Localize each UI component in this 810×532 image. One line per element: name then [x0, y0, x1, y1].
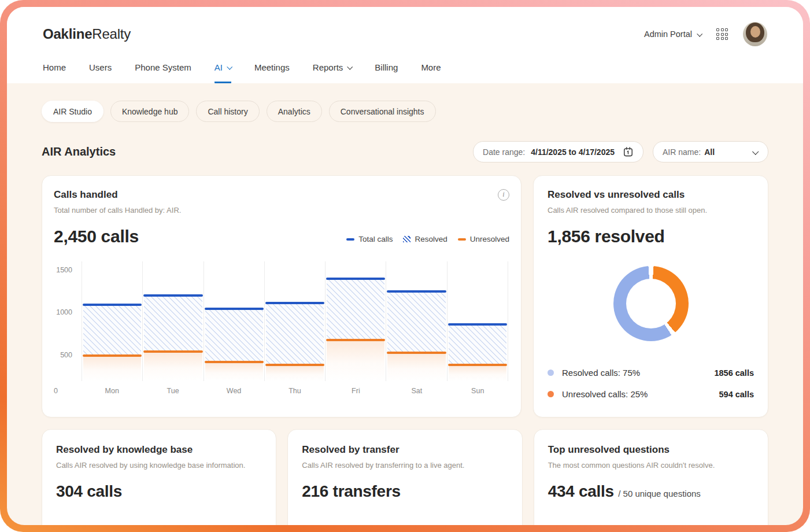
bar-column — [82, 261, 142, 381]
calendar-icon — [623, 146, 634, 157]
total-calls-line — [205, 308, 264, 310]
unresolved-questions-title: Top unresolved questions — [548, 444, 754, 456]
bar-column — [447, 261, 508, 381]
bar-column — [142, 261, 203, 381]
brand-light: Realty — [92, 26, 131, 42]
nav-item-users[interactable]: Users — [89, 62, 112, 83]
unresolved-questions-subtitle: The most common questions AIR couldn't r… — [548, 461, 754, 470]
total-calls-line — [387, 290, 446, 293]
nav-item-home[interactable]: Home — [43, 62, 66, 83]
unresolved-line — [387, 352, 446, 354]
avatar[interactable] — [743, 22, 767, 46]
tab-call-history[interactable]: Call history — [196, 101, 259, 122]
bar-chart: 50010001500 0 MonTueWedThuFriSatSun — [54, 261, 509, 397]
transfer-number: 216 transfers — [302, 482, 508, 501]
legend-unresolved: Unresolved — [458, 235, 509, 243]
main-content: AIR Studio Knowledge hub Call history An… — [7, 83, 803, 525]
date-range-value: 4/11/2025 to 4/17/2025 — [531, 147, 615, 157]
brand-bold: Oakline — [43, 26, 92, 42]
legend-total-calls: Total calls — [346, 235, 393, 243]
bar-column — [204, 261, 264, 381]
legend-resolved-calls: Resolved calls: 75% 1856 calls — [548, 368, 754, 378]
topbar: OaklineRealty Admin Portal — [43, 21, 767, 47]
total-calls-line — [83, 304, 142, 306]
y-axis-ticks: 50010001500 — [54, 261, 82, 397]
x-axis-label: Sat — [386, 387, 447, 397]
unresolved-dot — [548, 391, 554, 397]
admin-portal-label: Admin Portal — [644, 29, 692, 39]
unresolved-line — [326, 339, 385, 341]
x-axis-labels: 0 MonTueWedThuFriSatSun — [54, 387, 508, 397]
app-window: OaklineRealty Admin Portal Home Users Ph… — [7, 7, 803, 525]
transfer-subtitle: Calls AIR resolved by transferring to a … — [302, 461, 508, 470]
info-icon[interactable]: i — [498, 189, 509, 201]
unresolved-line — [83, 354, 142, 357]
x-axis-label: Thu — [264, 387, 325, 397]
resolved-big-number: 1,856 resolved — [548, 227, 754, 246]
header: OaklineRealty Admin Portal Home Users Ph… — [7, 7, 803, 83]
bar-chart-legend: Total calls Resolved Unresolved — [346, 235, 509, 246]
resolved-subtitle: Calls AIR resolved compared to those sti… — [548, 206, 754, 215]
apps-grid-icon[interactable] — [716, 28, 728, 40]
total-calls-line — [143, 294, 202, 297]
date-range-picker[interactable]: Date range: 4/11/2025 to 4/17/2025 — [473, 141, 643, 162]
total-calls-line — [448, 323, 507, 326]
donut-chart — [613, 266, 689, 341]
bar-column — [325, 261, 386, 381]
gradient-frame: OaklineRealty Admin Portal Home Users Ph… — [0, 0, 810, 532]
resolved-title: Resolved vs unresolved calls — [548, 189, 754, 201]
calls-handled-title: Calls handled — [54, 189, 118, 201]
tab-analytics[interactable]: Analytics — [267, 101, 322, 122]
page-title: AIR Analytics — [42, 145, 116, 158]
tab-air-studio[interactable]: AIR Studio — [42, 101, 103, 122]
nav-item-ai[interactable]: AI — [214, 62, 231, 83]
y-axis-tick: 1500 — [56, 266, 72, 274]
chevron-down-icon — [347, 64, 353, 70]
chevron-down-icon — [752, 148, 759, 154]
total-calls-line — [265, 302, 324, 304]
y-axis-tick: 500 — [60, 351, 72, 359]
admin-portal-dropdown[interactable]: Admin Portal — [644, 29, 701, 39]
x-axis-label: Fri — [326, 387, 386, 397]
transfer-title: Resolved by transfer — [302, 444, 508, 456]
nav-item-meetings[interactable]: Meetings — [254, 62, 290, 83]
unresolved-line — [265, 364, 324, 366]
unresolved-questions-number: 434 calls / 50 unique questions — [548, 482, 754, 501]
unresolved-questions-suffix: / 50 unique questions — [618, 489, 701, 498]
total-calls-line — [326, 278, 385, 280]
x-axis-label: Sun — [447, 387, 508, 397]
bar-chart-plot — [82, 261, 508, 381]
date-range-label: Date range: — [483, 147, 525, 157]
legend-resolved: Resolved — [403, 235, 447, 243]
sub-tabs: AIR Studio Knowledge hub Call history An… — [42, 101, 768, 122]
tab-knowledge-hub[interactable]: Knowledge hub — [110, 101, 190, 122]
nav-item-phone-system[interactable]: Phone System — [135, 62, 191, 83]
y-axis-tick: 1000 — [56, 308, 72, 316]
transfer-card: Resolved by transfer Calls AIR resolved … — [287, 429, 522, 525]
tab-conversational-insights[interactable]: Conversational insights — [329, 101, 436, 122]
brand-logo: OaklineRealty — [43, 26, 131, 42]
resolved-vs-unresolved-card: Resolved vs unresolved calls Calls AIR r… — [533, 175, 768, 418]
resolved-hatch-marker — [403, 236, 410, 242]
nav-item-more[interactable]: More — [421, 62, 441, 83]
y-axis-zero-label: 0 — [54, 387, 82, 397]
main-nav: Home Users Phone System AI Meetings Repo… — [43, 62, 767, 83]
knowledge-base-number: 304 calls — [56, 482, 262, 501]
bar-column — [386, 261, 446, 381]
knowledge-base-card: Resolved by knowledge base Calls AIR res… — [42, 429, 276, 525]
air-name-select[interactable]: AIR name: All — [653, 141, 768, 162]
donut-legend: Resolved calls: 75% 1856 calls Unresolve… — [548, 368, 754, 399]
nav-item-billing[interactable]: Billing — [375, 62, 398, 83]
resolved-dot — [548, 370, 554, 376]
legend-unresolved-calls: Unresolved calls: 25% 594 calls — [548, 389, 754, 399]
x-axis-label: Mon — [82, 387, 142, 397]
bar-column — [264, 261, 325, 381]
chevron-down-icon — [227, 64, 232, 70]
nav-item-reports[interactable]: Reports — [313, 62, 352, 83]
knowledge-base-subtitle: Calls AIR resolved by using knowledge ba… — [56, 461, 262, 470]
total-calls-marker — [346, 238, 354, 241]
x-axis-label: Wed — [204, 387, 264, 397]
air-name-label: AIR name: — [663, 147, 701, 157]
unresolved-marker — [458, 238, 466, 241]
unresolved-line — [205, 361, 264, 363]
